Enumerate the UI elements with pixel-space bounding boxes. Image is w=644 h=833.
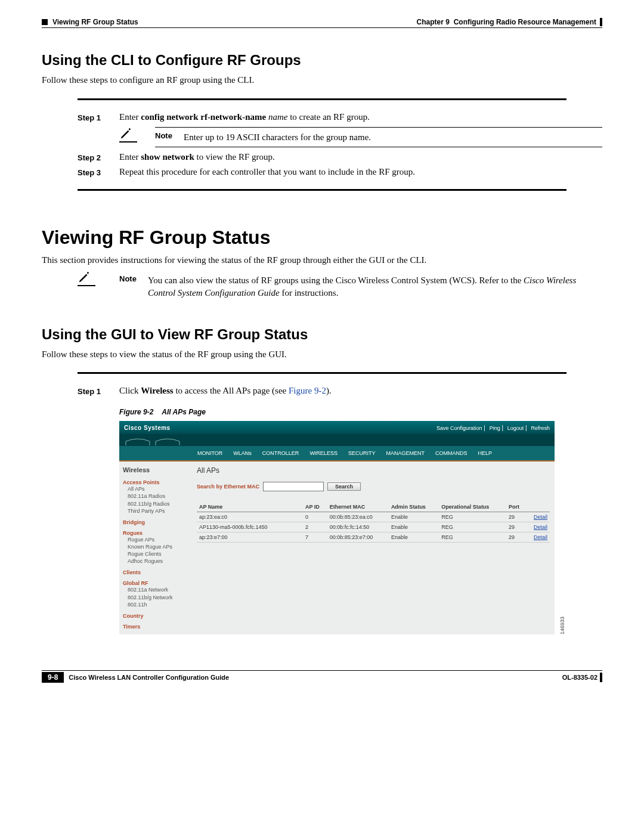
sidebar-item-rogue-aps[interactable]: Rogue APs [128, 536, 188, 543]
sidebar-item-rogues[interactable]: Rogues [123, 530, 188, 536]
step-1: Step 1 Enter config network rf-network-n… [42, 112, 602, 122]
th-port: Port [506, 502, 526, 512]
sidebar-item-access-points[interactable]: Access Points [123, 479, 188, 485]
table-row: ap:23:ea:c0000:0b:85:23:ea:c0EnableREG29… [197, 512, 550, 522]
note-text: You can also view the status of RF group… [148, 274, 602, 299]
pencil-icon [78, 271, 91, 284]
table-cell: 29 [506, 522, 526, 532]
table-cell: REG [439, 532, 506, 543]
table-header-row: AP Name AP ID Ethernet MAC Admin Status … [197, 502, 550, 512]
note-text: Enter up to 19 ASCII characters for the … [184, 131, 602, 143]
link-logout[interactable]: Logout [507, 425, 524, 431]
search-label: Search by Ethernet MAC [197, 484, 259, 490]
table-cell: REG [439, 522, 506, 532]
figure-caption: Figure 9-2All APs Page [119, 408, 602, 416]
sidebar-item-third-party-aps[interactable]: Third Party APs [128, 507, 188, 515]
ap-table: AP Name AP ID Ethernet MAC Admin Status … [197, 502, 550, 543]
th-op-status: Operational Status [439, 502, 506, 512]
note-label: Note [155, 131, 184, 140]
note-step1: Note Enter up to 19 ASCII characters for… [119, 127, 602, 147]
table-cell: 00:0b:85:23:e7:00 [327, 532, 389, 543]
sidebar-title: Wireless [123, 466, 188, 473]
pencil-icon [119, 127, 132, 140]
step-1-gui: Step 1 Click Wireless to access the All … [42, 386, 602, 396]
step-1-body: Enter config network rf-network-name nam… [119, 112, 602, 122]
th-ethernet-mac: Ethernet MAC [327, 502, 389, 512]
sidebar-item-80211bg-radios[interactable]: 802.11b/g Radios [128, 500, 188, 507]
cli-intro-text: Follow these steps to configure an RF gr… [42, 75, 602, 86]
gui-intro-text: Follow these steps to view the status of… [42, 349, 602, 361]
sidebar-item-known-rogue-aps[interactable]: Known Rogue APs [128, 543, 188, 550]
th-blank [526, 502, 550, 512]
link-save-config[interactable]: Save Configuration [436, 425, 482, 431]
tab-commands[interactable]: COMMANDS [430, 448, 473, 458]
brand-logo-text: Cisco Systems [124, 425, 171, 431]
figure-all-aps-page: Cisco Systems Save Configuration | Ping … [119, 421, 555, 634]
note-wcs: Note You can also view the status of RF … [78, 271, 602, 302]
footer-title: Cisco Wireless LAN Controller Configurat… [69, 674, 562, 681]
sidebar-item-all-aps[interactable]: All APs [128, 485, 188, 493]
sidebar-item-country[interactable]: Country [123, 613, 188, 619]
table-cell: Enable [389, 512, 439, 522]
tab-wlans[interactable]: WLANs [228, 448, 257, 458]
step-1-gui-label: Step 1 [78, 386, 119, 396]
table-cell: Enable [389, 532, 439, 543]
detail-link[interactable]: Detail [526, 512, 550, 522]
footer: 9-8 Cisco Wireless LAN Controller Config… [42, 672, 602, 683]
step-2-label: Step 2 [78, 152, 119, 162]
sidebar-item-80211a-network[interactable]: 802.11a Network [128, 586, 188, 593]
table-cell: 29 [506, 512, 526, 522]
cisco-bridge-icon [123, 435, 182, 446]
th-admin-status: Admin Status [389, 502, 439, 512]
viewing-intro-text: This section provides instructions for v… [42, 255, 602, 267]
step-3-label: Step 3 [78, 167, 119, 177]
table-row: AP1130-ma5-000b.fcfc.1450200:0b:fc:fc:14… [197, 522, 550, 532]
search-input[interactable] [263, 482, 324, 491]
main-title: All APs [197, 466, 550, 475]
tab-security[interactable]: SECURITY [343, 448, 381, 458]
page-number-badge: 9-8 [42, 672, 64, 683]
detail-link[interactable]: Detail [526, 522, 550, 532]
sidebar-item-timers[interactable]: Timers [123, 624, 188, 630]
step-3-body: Repeat this procedure for each controlle… [119, 167, 602, 177]
sidebar-item-clients[interactable]: Clients [123, 569, 188, 575]
table-cell: REG [439, 512, 506, 522]
header-chapter: Chapter 9 [417, 18, 450, 26]
heading-cli-configure: Using the CLI to Configure RF Groups [42, 52, 602, 69]
running-header: Viewing RF Group Status Chapter 9 Config… [42, 18, 602, 26]
detail-link[interactable]: Detail [526, 532, 550, 543]
sidebar-item-adhoc-rogues[interactable]: Adhoc Rogues [128, 558, 188, 565]
sidebar: Wireless Access Points All APs 802.11a R… [119, 462, 192, 634]
top-links: Save Configuration | Ping | Logout | Ref… [434, 425, 550, 431]
step-1-label: Step 1 [78, 112, 119, 122]
sidebar-item-global-rf[interactable]: Global RF [123, 580, 188, 586]
table-cell: 0 [303, 512, 327, 522]
th-ap-name: AP Name [197, 502, 303, 512]
search-button[interactable]: Search [327, 482, 361, 491]
tab-controller[interactable]: CONTROLLER [257, 448, 305, 458]
header-left-text: Viewing RF Group Status [52, 18, 138, 26]
table-cell: ap:23:ea:c0 [197, 512, 303, 522]
figure-ref-link[interactable]: Figure 9-2 [289, 386, 326, 395]
step-1-gui-body: Click Wireless to access the All APs pag… [119, 386, 602, 396]
tab-monitor[interactable]: MONITOR [192, 448, 228, 458]
sidebar-item-rogue-clients[interactable]: Rogue Clients [128, 550, 188, 558]
step-3: Step 3 Repeat this procedure for each co… [42, 167, 602, 177]
table-row: ap:23:e7:00700:0b:85:23:e7:00EnableREG29… [197, 532, 550, 543]
table-cell: AP1130-ma5-000b.fcfc.1450 [197, 522, 303, 532]
link-refresh[interactable]: Refresh [531, 425, 550, 431]
table-cell: 00:0b:85:23:ea:c0 [327, 512, 389, 522]
menubar: MONITOR WLANs CONTROLLER WIRELESS SECURI… [119, 446, 555, 462]
link-ping[interactable]: Ping [490, 425, 500, 431]
tab-management[interactable]: MANAGEMENT [380, 448, 430, 458]
heading-gui-view: Using the GUI to View RF Group Status [42, 326, 602, 343]
step-2: Step 2 Enter show network to view the RF… [42, 152, 602, 162]
tab-wireless[interactable]: WIRELESS [304, 448, 343, 458]
sidebar-item-80211h[interactable]: 802.11h [128, 601, 188, 608]
sidebar-item-bridging[interactable]: Bridging [123, 519, 188, 525]
figure-id: 146933 [559, 617, 565, 634]
sidebar-item-80211a-radios[interactable]: 802.11a Radios [128, 493, 188, 500]
tab-help[interactable]: HELP [472, 448, 497, 458]
sidebar-item-80211bg-network[interactable]: 802.11b/g Network [128, 594, 188, 601]
footer-end-bar-icon [600, 673, 602, 682]
